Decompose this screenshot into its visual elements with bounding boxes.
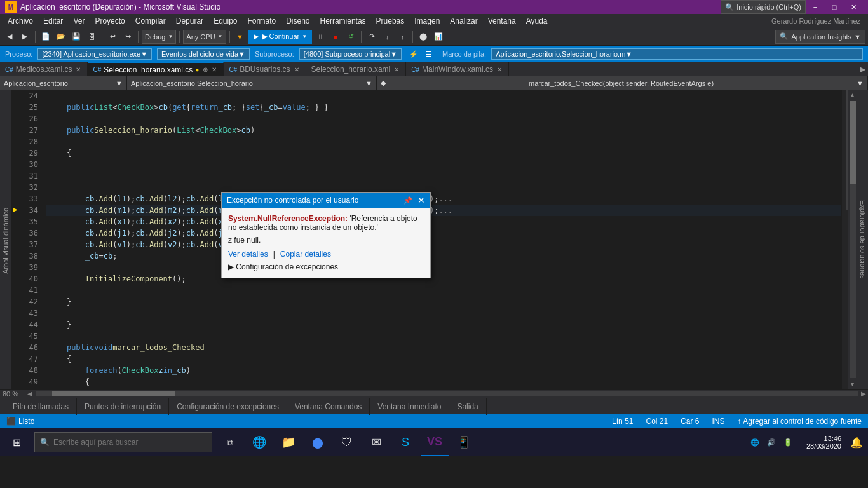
stop-button[interactable]: ■ <box>329 30 342 44</box>
thread-selector[interactable]: [4800] Subproceso principal ▼ <box>299 48 402 60</box>
close-button[interactable]: ✕ <box>844 0 863 14</box>
new-project-button[interactable]: 📄 <box>39 30 53 44</box>
bottom-tab-calls[interactable]: Pila de llamadas <box>5 398 77 415</box>
debug-config-dropdown[interactable]: Debug ▼ <box>142 30 176 44</box>
bottom-tab-commands[interactable]: Ventana Comandos <box>287 398 370 415</box>
restart-button[interactable]: ↺ <box>344 30 358 44</box>
sidebar-tab-solutions[interactable]: Explorador de soluciones <box>858 195 868 284</box>
horizontal-scroll-track[interactable] <box>36 391 858 396</box>
bottom-tab-output[interactable]: Salida <box>449 398 486 415</box>
taskbar-vs[interactable]: VS <box>421 428 449 456</box>
scroll-right-button[interactable]: ▶ <box>859 390 868 398</box>
tray-battery[interactable]: 🔋 <box>781 437 795 448</box>
tab-seleccion-horario-cs[interactable]: C# Seleccion_horario.xaml.cs ● ⊕ ✕ <box>88 62 224 76</box>
save-all-button[interactable]: 🗄 <box>85 30 98 44</box>
menu-editar[interactable]: Editar <box>38 14 68 28</box>
tab-mainwindow-close[interactable]: ✕ <box>496 65 503 74</box>
menu-herramientas[interactable]: Herramientas <box>315 14 371 28</box>
popup-pin-button[interactable]: 📌 <box>403 196 412 205</box>
redo-button[interactable]: ↪ <box>121 30 135 44</box>
menu-diseno[interactable]: Diseño <box>281 14 315 28</box>
filter-toggle[interactable]: ☰ <box>426 50 432 58</box>
menu-analizar[interactable]: Analizar <box>445 14 482 28</box>
menu-imagen[interactable]: Imagen <box>409 14 445 28</box>
tab-seleccion-horario-xaml[interactable]: Seleccion_horario.xaml ✕ <box>306 62 407 76</box>
taskbar-search-input[interactable] <box>53 438 207 447</box>
tab-bdusuarios[interactable]: C# BDUsuarios.cs ✕ <box>224 62 306 76</box>
menu-ver[interactable]: Ver <box>68 14 90 28</box>
diagnostics-button[interactable]: 📊 <box>431 30 445 44</box>
application-insights-button[interactable]: 🔍 Application Insights ▼ <box>775 30 865 44</box>
horizontal-scrollbar[interactable]: 80 % ◀ ▶ <box>0 389 868 398</box>
tab-mainwindow[interactable]: C# MainWindow.xaml.cs ✕ <box>406 62 509 76</box>
namespace-dropdown[interactable]: Aplicacion_escritorio ▼ <box>0 76 127 90</box>
start-button[interactable]: ⊞ <box>3 428 31 456</box>
status-source-control[interactable]: ↑ Agregar al control de código fuente <box>731 414 868 428</box>
copiar-detalles-link[interactable]: Copiar detalles <box>280 250 331 259</box>
pause-button[interactable]: ⏸ <box>313 30 327 44</box>
ver-detalles-link[interactable]: Ver detalles <box>228 250 268 259</box>
tray-network[interactable]: 🌐 <box>748 437 762 448</box>
bottom-tab-breakpoints[interactable]: Puntos de interrupción <box>77 398 169 415</box>
tab-seleccion-xaml-close[interactable]: ✕ <box>393 65 400 74</box>
taskbar-shield[interactable]: 🛡 <box>333 428 361 456</box>
taskbar-search[interactable]: 🔍 <box>34 432 212 452</box>
taskbar-chrome[interactable]: ⬤ <box>304 428 332 456</box>
lifecycle-events[interactable]: Eventos del ciclo de vida ▼ <box>157 48 250 60</box>
method-dropdown[interactable]: ◆ marcar_todos_Checked(object sender, Ro… <box>377 76 868 90</box>
scroll-up-button[interactable]: ▲ <box>848 90 857 100</box>
save-button[interactable]: 💾 <box>69 30 83 44</box>
taskbar-taskview[interactable]: ⧉ <box>216 428 244 456</box>
menu-formato[interactable]: Formato <box>243 14 281 28</box>
code-editor[interactable]: ➤ 🔴 ▶ 24 25 26 27 28 29 30 31 32 33 <box>11 90 857 389</box>
tab-medicos-close[interactable]: ✕ <box>74 65 82 74</box>
notification-button[interactable]: 🔔 <box>848 435 865 450</box>
tab-bdusuarios-close[interactable]: ✕ <box>293 65 301 74</box>
menu-depurar[interactable]: Depurar <box>171 14 208 28</box>
scroll-thumb[interactable] <box>850 101 856 184</box>
scroll-track[interactable] <box>850 101 856 378</box>
taskbar-edge[interactable]: 🌐 <box>245 428 273 456</box>
step-over-button[interactable]: ↷ <box>365 30 379 44</box>
popup-close-button[interactable]: ✕ <box>417 195 425 205</box>
tabs-scroll[interactable]: ▶ <box>857 65 868 74</box>
open-button[interactable]: 📂 <box>54 30 68 44</box>
class-dropdown[interactable]: Aplicacion_escritorio.Seleccion_horario … <box>127 76 377 90</box>
maximize-button[interactable]: □ <box>825 0 844 14</box>
menu-compilar[interactable]: Compilar <box>130 14 171 28</box>
forward-button[interactable]: ▶ <box>18 30 32 44</box>
taskbar-phone[interactable]: 📱 <box>450 428 478 456</box>
step-out-button[interactable]: ↑ <box>395 30 409 44</box>
undo-button[interactable]: ↩ <box>105 30 119 44</box>
quick-launch[interactable]: 🔍 Inicio rápido (Ctrl+Q) <box>721 0 806 14</box>
step-into-button[interactable]: ↓ <box>380 30 394 44</box>
menu-equipo[interactable]: Equipo <box>208 14 242 28</box>
menu-archivo[interactable]: Archivo <box>3 14 38 28</box>
taskbar-skype[interactable]: S <box>391 428 419 456</box>
tab-seleccion-cs-close[interactable]: ✕ <box>210 65 218 74</box>
exception-settings-expander[interactable]: ▶ Configuración de excepciones <box>228 262 424 271</box>
stack-selector[interactable]: Aplicacion_escritorio.Seleccion_horario.… <box>491 48 863 60</box>
sidebar-tab-arbol[interactable]: Árbol visual dinámico <box>1 203 11 279</box>
platform-dropdown[interactable]: Any CPU ▼ <box>183 30 226 44</box>
menu-pruebas[interactable]: Pruebas <box>371 14 410 28</box>
filter-button[interactable]: ▼ <box>233 30 247 44</box>
bottom-tab-immediate[interactable]: Ventana Inmediato <box>370 398 449 415</box>
vertical-scrollbar[interactable]: ▲ ▼ <box>848 90 857 389</box>
tray-volume[interactable]: 🔊 <box>764 437 778 448</box>
minimize-button[interactable]: − <box>806 0 825 14</box>
back-button[interactable]: ◀ <box>3 30 17 44</box>
taskbar-explorer[interactable]: 📁 <box>275 428 302 456</box>
scroll-left-button[interactable]: ◀ <box>25 390 34 398</box>
tab-medicos[interactable]: C# Medicos.xaml.cs ✕ <box>0 62 88 76</box>
code-content[interactable]: public List<CheckBox> cb{ get { return _… <box>46 90 841 389</box>
menu-ventana[interactable]: Ventana <box>483 14 521 28</box>
bottom-tab-exceptions[interactable]: Configuración de excepciones <box>169 398 287 415</box>
breakpoint-button[interactable]: ⬤ <box>416 30 430 44</box>
menu-ayuda[interactable]: Ayuda <box>521 14 553 28</box>
menu-proyecto[interactable]: Proyecto <box>90 14 130 28</box>
scroll-down-button[interactable]: ▼ <box>848 379 857 389</box>
process-selector[interactable]: [2340] Aplicacion_escritorio.exe ▼ <box>37 48 152 60</box>
taskbar-mail[interactable]: ✉ <box>362 428 390 456</box>
continue-button[interactable]: ▶ ▶ Continuar ▼ <box>248 30 313 44</box>
